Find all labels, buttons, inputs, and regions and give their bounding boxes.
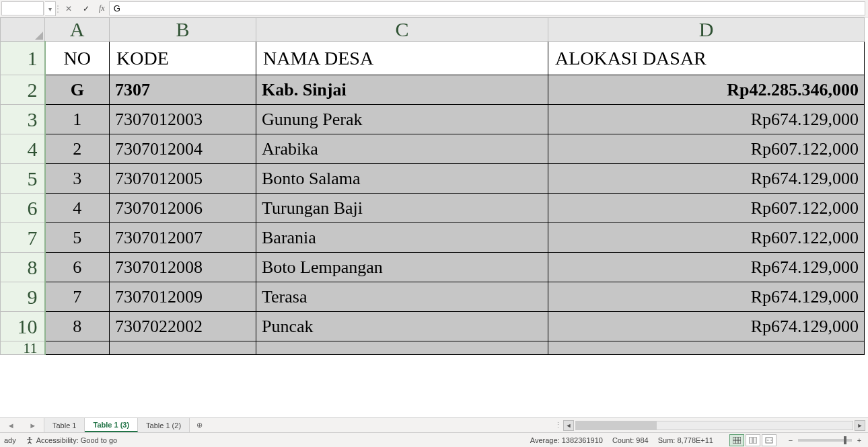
scroll-left-button[interactable]: ◄	[563, 420, 574, 431]
row-header[interactable]: 10	[1, 312, 45, 341]
cell[interactable]: 7307012005	[110, 164, 256, 194]
row-header[interactable]: 8	[1, 253, 45, 282]
sheet-tab-label: Table 1 (2)	[146, 421, 181, 430]
cell[interactable]: 7307022002	[110, 312, 256, 341]
row-header[interactable]: 2	[1, 75, 45, 105]
sheet-tab[interactable]: Table 1 (2)	[138, 418, 190, 432]
cell[interactable]: 5	[45, 223, 110, 253]
accessibility-status[interactable]: Accessibility: Good to go	[26, 436, 117, 444]
view-normal-button[interactable]	[729, 434, 744, 446]
row-header[interactable]: 1	[1, 42, 45, 75]
zoom-out-button[interactable]: −	[786, 436, 795, 444]
cell[interactable]: Rp674.129,000	[548, 253, 865, 282]
cell[interactable]: 7307012006	[110, 194, 256, 223]
name-box[interactable]	[1, 1, 44, 15]
cell[interactable]: ALOKASI DASAR	[548, 42, 865, 75]
svg-rect-6	[754, 437, 756, 444]
col-header-a[interactable]: A	[45, 18, 110, 42]
cell[interactable]: Rp607.122,000	[548, 223, 865, 253]
row-header[interactable]: 3	[1, 105, 45, 134]
scroll-right-button[interactable]: ►	[855, 420, 865, 431]
view-switcher	[729, 434, 776, 446]
row-header[interactable]: 5	[1, 164, 45, 194]
cell[interactable]: Bonto Salama	[256, 164, 548, 194]
cell[interactable]: Rp607.122,000	[548, 134, 865, 164]
cell[interactable]: NAMA DESA	[256, 42, 548, 75]
cell[interactable]: Rp674.129,000	[548, 282, 865, 312]
cell[interactable]: Arabika	[256, 134, 548, 164]
cell[interactable]: Turungan Baji	[256, 194, 548, 223]
accessibility-label: Accessibility: Good to go	[36, 436, 117, 444]
cell[interactable]: Puncak	[256, 312, 548, 341]
cell[interactable]: 7307012009	[110, 282, 256, 312]
sheet-tab[interactable]: Table 1	[44, 418, 85, 432]
cell[interactable]: 2	[45, 134, 110, 164]
spreadsheet-grid[interactable]: A B C D 1 NO KODE NAMA DESA ALOKASI DASA…	[0, 17, 868, 417]
plus-icon: ⊕	[196, 421, 203, 430]
svg-point-0	[28, 437, 30, 439]
cell[interactable]	[45, 341, 110, 355]
select-all-corner[interactable]	[1, 18, 45, 42]
x-icon: ✕	[65, 4, 72, 13]
zoom-control: − +	[786, 436, 864, 444]
cell[interactable]: 7307	[110, 75, 256, 105]
row-header[interactable]: 9	[1, 282, 45, 312]
view-page-break-button[interactable]	[762, 434, 776, 446]
cell[interactable]: Kab. Sinjai	[256, 75, 548, 105]
cell[interactable]: 7307012008	[110, 253, 256, 282]
cell[interactable]: Rp674.129,000	[548, 105, 865, 134]
sheet-tab[interactable]: Table 1 (3)	[85, 418, 138, 432]
cell[interactable]: Rp607.122,000	[548, 194, 865, 223]
cell[interactable]: 7307012004	[110, 134, 256, 164]
col-header-d[interactable]: D	[548, 18, 865, 42]
cell[interactable]	[548, 341, 865, 355]
svg-rect-5	[750, 437, 752, 444]
cell[interactable]: 4	[45, 194, 110, 223]
col-header-b[interactable]: B	[110, 18, 256, 42]
separator: ⋮	[554, 421, 562, 430]
add-sheet-button[interactable]: ⊕	[190, 418, 209, 432]
sheet-nav: ◄ ►	[0, 418, 44, 432]
row-header[interactable]: 4	[1, 134, 45, 164]
status-bar: ady Accessibility: Good to go Average: 1…	[0, 432, 868, 447]
cell[interactable]: Gunung Perak	[256, 105, 548, 134]
cell[interactable]: 3	[45, 164, 110, 194]
cell[interactable]: Terasa	[256, 282, 548, 312]
sheet-nav-prev-icon[interactable]: ◄	[7, 421, 15, 430]
row-header[interactable]: 11	[1, 341, 45, 355]
cell[interactable]: 7	[45, 282, 110, 312]
accept-formula-button[interactable]: ✓	[77, 0, 95, 17]
sheet-nav-next-icon[interactable]: ►	[29, 421, 36, 430]
zoom-thumb[interactable]	[844, 436, 846, 444]
cell[interactable]: 7307012003	[110, 105, 256, 134]
cell[interactable]: Rp674.129,000	[548, 164, 865, 194]
scroll-thumb[interactable]	[576, 421, 657, 430]
view-page-layout-button[interactable]	[746, 434, 760, 446]
zoom-slider[interactable]	[798, 439, 852, 442]
grid-icon	[733, 437, 741, 444]
cell[interactable]	[110, 341, 256, 355]
cell[interactable]: Boto Lempangan	[256, 253, 548, 282]
row-header[interactable]: 7	[1, 223, 45, 253]
cell[interactable]: 1	[45, 105, 110, 134]
cell[interactable]: KODE	[110, 42, 256, 75]
cell[interactable]: G	[45, 75, 110, 105]
cell[interactable]	[256, 341, 548, 355]
row-header[interactable]: 6	[1, 194, 45, 223]
cell[interactable]: Rp42.285.346,000	[548, 75, 865, 105]
cancel-formula-button[interactable]: ✕	[60, 0, 77, 17]
scroll-track[interactable]	[575, 421, 853, 430]
cell[interactable]: 6	[45, 253, 110, 282]
cell[interactable]: 7307012007	[110, 223, 256, 253]
col-header-c[interactable]: C	[256, 18, 548, 42]
accessibility-icon	[26, 436, 34, 444]
formula-input[interactable]: G	[109, 1, 865, 15]
cell[interactable]: NO	[45, 42, 110, 75]
formula-value: G	[114, 3, 120, 13]
fx-label[interactable]: fx	[95, 0, 109, 17]
stat-average: Average: 1382361910	[530, 436, 603, 444]
zoom-in-button[interactable]: +	[855, 436, 864, 444]
cell[interactable]: Rp674.129,000	[548, 312, 865, 341]
cell[interactable]: 8	[45, 312, 110, 341]
cell[interactable]: Barania	[256, 223, 548, 253]
